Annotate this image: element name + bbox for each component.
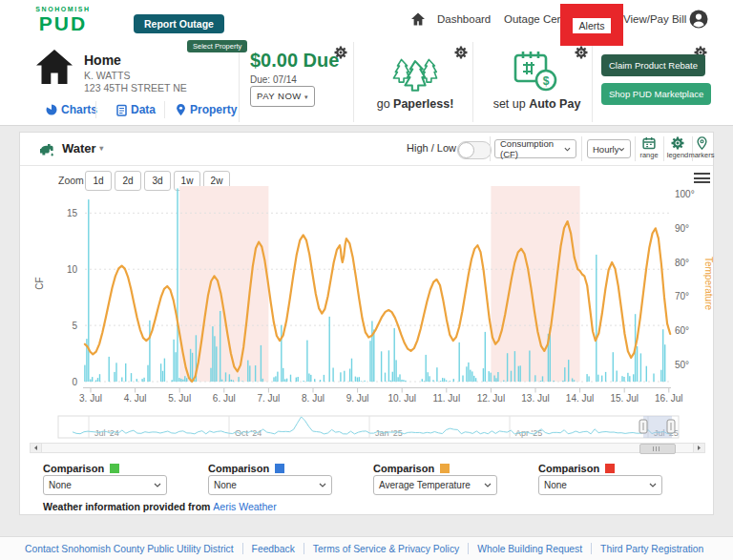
pay-now-button[interactable]: PAY NOW ▾ [250,86,315,107]
consumption-temperature-chart[interactable]: 3. Jul4. Jul5. Jul6. Jul7. Jul8. Jul9. J… [30,176,715,405]
comparison-select-1[interactable]: None [43,475,167,495]
grip-icon [656,446,657,451]
footer-link-whole-building[interactable]: Whole Building Request [477,544,582,554]
setup-autopay-label[interactable]: set up Auto Pay [482,97,592,111]
svg-text:15: 15 [67,208,78,218]
nav-home-icon[interactable] [410,11,426,27]
navigator-selection[interactable] [639,416,675,438]
svg-text:9. Jul: 9. Jul [346,393,369,404]
scrollbar-left-arrow[interactable] [31,444,42,452]
svg-text:10. Jul: 10. Jul [387,393,415,404]
report-outage-button[interactable]: Report Outage [134,14,224,33]
svg-text:8. Jul: 8. Jul [302,393,325,404]
footer-link-contact[interactable]: Contact Snohomish County Public Utility … [25,544,234,554]
comparison-label: Comparison [43,463,119,474]
svg-text:6. Jul: 6. Jul [213,393,236,404]
tab-charts[interactable]: Charts [46,103,97,116]
divider [239,42,240,122]
left-triangle-icon [31,444,41,452]
high-low-toggle[interactable] [457,141,492,159]
comparison-value: Average Temperature [379,480,471,490]
logo-text-top: SNOHOMISH [29,6,97,12]
svg-text:3. Jul: 3. Jul [79,393,102,404]
house-icon [34,48,74,86]
range-button[interactable]: range [636,136,662,159]
interval-select[interactable]: Hourly [587,139,631,158]
right-triangle-icon [694,444,704,452]
scrollbar-thumb[interactable] [639,444,676,454]
svg-text:90°: 90° [675,223,689,234]
date-range-navigator[interactable]: Jul '24Oct '24Jan '25Apr '25Jul '25 [30,409,715,442]
comparison-select-3[interactable]: Average Temperature [373,475,497,495]
caret-down-icon: ▾ [304,93,308,100]
logo-text-bottom: PUD [29,12,97,35]
map-pin-icon [176,103,186,116]
divider [304,543,304,554]
property-address: 123 45TH STREET NE [84,82,187,93]
faucet-icon[interactable] [37,139,56,158]
settings-gear-icon[interactable] [454,46,468,59]
paperless-prefix: go [377,97,393,111]
legend-button[interactable]: legend [664,136,691,159]
nav-item-view-pay-bill[interactable]: View/Pay Bill [623,13,686,25]
divider [581,136,582,161]
comparison-label: Comparison [538,463,615,474]
claim-product-rebate-button[interactable]: Claim Product Rebate [601,54,705,76]
svg-text:4. Jul: 4. Jul [124,393,147,404]
unit-select[interactable]: Consumption (CF) [494,139,576,158]
nav-item-dashboard[interactable]: Dashboard [437,13,491,25]
tab-charts-label: Charts [61,103,97,116]
svg-text:5: 5 [72,321,77,331]
comparison-label: Comparison [208,463,284,474]
tab-data[interactable]: Data [116,103,156,116]
footer-link-feedback[interactable]: Feedback [252,544,295,554]
alerts-highlight-annotation: Alerts [560,4,623,46]
svg-text:13. Jul: 13. Jul [521,393,549,404]
nav-item-alerts[interactable]: Alerts [573,18,611,33]
avatar[interactable] [689,10,708,29]
go-paperless-label[interactable]: go Paperless! [367,97,463,111]
divider [592,42,593,122]
pay-now-label: PAY NOW [257,91,302,101]
comparison-select-4[interactable]: None [538,475,662,495]
svg-text:16. Jul: 16. Jul [655,393,682,404]
high-low-label: High / Low [407,142,456,154]
weather-attribution-text: Weather information provided from [43,501,210,512]
settings-gear-icon[interactable] [575,46,588,59]
interval-select-value: Hourly [593,144,618,155]
shop-pud-marketplace-button[interactable]: Shop PUD Marketplace [601,83,711,105]
comparison-value: None [544,480,567,490]
divider [490,136,491,161]
markers-caption: markers [688,151,715,159]
paperless-trees-icon[interactable] [389,48,441,93]
divider [353,42,354,122]
weather-attribution: Weather information provided from Aeris … [43,501,277,512]
comparison-select-2[interactable]: None [208,475,332,495]
chart-scrollbar[interactable] [30,443,705,453]
water-meter-selector[interactable]: Water ▾ [62,141,103,156]
svg-text:Jul '24: Jul '24 [94,428,119,438]
footer-link-terms[interactable]: Terms of Service & Privacy Policy [313,544,459,554]
aeris-weather-link[interactable]: Aeris Weather [213,501,276,512]
scrollbar-right-arrow[interactable] [693,444,704,452]
select-property-button[interactable]: Select Property [187,40,247,52]
toggle-knob [458,142,474,158]
svg-text:10: 10 [67,264,78,275]
markers-button[interactable]: markers [688,136,715,159]
due-date: Due: 07/14 [250,74,297,85]
grip-icon [653,446,654,451]
svg-text:14. Jul: 14. Jul [566,393,594,404]
chevron-down-icon [618,147,625,152]
document-icon [116,104,127,116]
settings-gear-icon[interactable] [334,46,347,59]
svg-text:80°: 80° [675,258,689,268]
unit-select-value: Consumption (CF) [500,138,564,159]
comparison-text: Comparison [373,463,434,474]
svg-text:0: 0 [72,377,77,387]
legend-caption: legend [664,151,691,159]
footer-link-third-party[interactable]: Third Party Registration [600,544,703,554]
svg-text:$: $ [543,74,550,88]
tab-property[interactable]: Property [176,103,237,116]
autopay-calendar-icon[interactable]: $ [512,48,559,93]
comparison-color-swatch [110,464,119,473]
